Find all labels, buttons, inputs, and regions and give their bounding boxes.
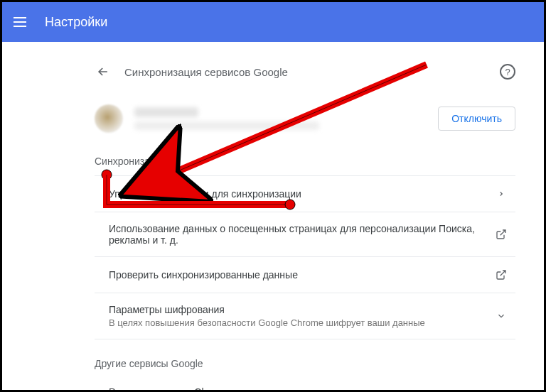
- row-allow-chrome-signin[interactable]: Разрешить вход в Chrome: [95, 378, 515, 392]
- content-area: Синхронизация сервисов Google ? Отключит…: [2, 42, 544, 392]
- avatar: [95, 104, 123, 133]
- app-header: Настройки: [2, 2, 544, 42]
- header-title: Настройки: [45, 15, 107, 30]
- account-info-blurred: [134, 107, 438, 130]
- row-usage-data[interactable]: Использование данных о посещенных страни…: [95, 212, 515, 256]
- row-title: Параметры шифрования: [109, 304, 486, 315]
- section-other-services: Другие сервисы Google Разрешить вход в C…: [95, 358, 515, 392]
- help-icon[interactable]: ?: [500, 64, 515, 80]
- page-title: Синхронизация сервисов Google: [124, 66, 500, 78]
- row-title: Управление данными для синхронизации: [109, 188, 486, 200]
- row-title: Проверить синхронизированные данные: [109, 269, 486, 281]
- chevron-down-icon: [494, 309, 508, 323]
- row-title: Использование данных о посещенных страни…: [109, 223, 486, 246]
- section-label-other: Другие сервисы Google: [95, 358, 515, 369]
- disconnect-button[interactable]: Отключить: [438, 107, 515, 131]
- section-label-sync: Синхронизация: [95, 156, 515, 167]
- account-row: Отключить: [95, 93, 515, 150]
- chevron-right-icon: [494, 187, 508, 201]
- page-header: Синхронизация сервисов Google ?: [95, 56, 515, 93]
- row-subtitle: В целях повышения безопасности Google Ch…: [109, 317, 486, 328]
- row-encryption[interactable]: Параметры шифрования В целях повышения б…: [95, 293, 515, 339]
- external-link-icon: [494, 227, 508, 241]
- sync-settings-list: Управление данными для синхронизации Исп…: [95, 175, 515, 339]
- menu-icon[interactable]: [14, 13, 31, 31]
- row-check-synced-data[interactable]: Проверить синхронизированные данные: [95, 256, 515, 293]
- row-manage-sync-data[interactable]: Управление данными для синхронизации: [95, 175, 515, 212]
- back-arrow-icon[interactable]: [95, 63, 112, 80]
- external-link-icon: [494, 268, 508, 282]
